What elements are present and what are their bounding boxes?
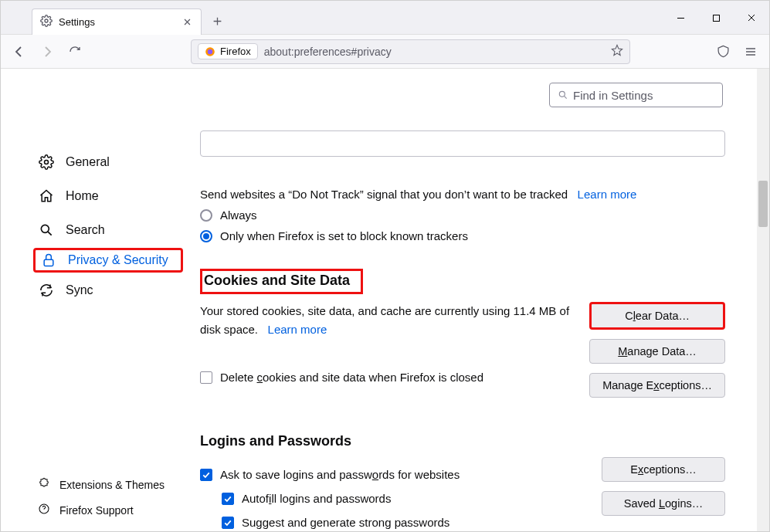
bookmark-icon[interactable] bbox=[611, 44, 623, 59]
cookies-heading: Cookies and Site Data bbox=[200, 269, 725, 294]
autofill-label: Autofill logins and passwords bbox=[242, 492, 391, 505]
url-bar[interactable]: Firefox about:preferences#privacy bbox=[191, 39, 630, 64]
manage-data-button[interactable]: Manage Data… bbox=[589, 339, 725, 364]
svg-point-3 bbox=[208, 49, 212, 53]
settings-viewport: General Home Search Privacy & Security S… bbox=[1, 69, 769, 531]
sidebar-label: Search bbox=[66, 223, 105, 237]
puzzle-icon bbox=[38, 477, 50, 492]
svg-point-4 bbox=[45, 161, 49, 164]
delete-on-close-label[interactable]: Delete cookies and site data when Firefo… bbox=[220, 368, 483, 387]
sidebar-item-search[interactable]: Search bbox=[33, 214, 183, 246]
sidebar-item-privacy[interactable]: Privacy & Security bbox=[33, 248, 183, 273]
reload-button[interactable] bbox=[63, 39, 87, 64]
suggest-strong-passwords-row[interactable]: Suggest and generate strong passwords bbox=[222, 516, 586, 529]
sidebar-item-home[interactable]: Home bbox=[33, 180, 183, 212]
find-settings-placeholder: Find in Settings bbox=[573, 89, 653, 102]
svg-point-5 bbox=[41, 225, 49, 232]
svg-point-0 bbox=[45, 19, 48, 22]
dnt-option-always[interactable]: Always bbox=[200, 208, 725, 222]
checkbox-icon bbox=[222, 493, 234, 505]
window-controls bbox=[663, 1, 769, 35]
sidebar-label: Sync bbox=[66, 283, 93, 297]
cookies-desc-text: Your stored cookies, site data, and cach… bbox=[200, 304, 569, 336]
svg-point-8 bbox=[559, 91, 565, 97]
radio-icon bbox=[200, 230, 212, 242]
radio-label: Always bbox=[220, 208, 257, 222]
manage-exceptions-button[interactable]: Manage Exceptions… bbox=[589, 373, 725, 398]
sidebar-label: Privacy & Security bbox=[68, 253, 168, 267]
search-icon bbox=[38, 222, 55, 239]
scrollbar[interactable] bbox=[757, 69, 769, 531]
logins-heading: Logins and Passwords bbox=[200, 433, 725, 449]
cookies-learn-more-link[interactable]: Learn more bbox=[268, 323, 327, 336]
url-text: about:preferences#privacy bbox=[264, 46, 392, 58]
dnt-learn-more-link[interactable]: Learn more bbox=[578, 188, 637, 201]
settings-sidebar: General Home Search Privacy & Security S… bbox=[1, 69, 194, 531]
close-tab-button[interactable] bbox=[181, 16, 193, 29]
ask-save-logins-row[interactable]: Ask to save logins and passwords for web… bbox=[200, 468, 586, 481]
sidebar-item-general[interactable]: General bbox=[33, 146, 183, 178]
new-tab-button[interactable] bbox=[206, 10, 228, 32]
sidebar-label: Home bbox=[66, 189, 99, 203]
toolbar: Firefox about:preferences#privacy bbox=[1, 35, 769, 69]
tab-settings[interactable]: Settings bbox=[32, 8, 202, 35]
lock-icon bbox=[40, 252, 57, 269]
back-button[interactable] bbox=[7, 39, 32, 64]
dnt-intro-row: Send websites a “Do Not Track” signal th… bbox=[200, 188, 725, 201]
radio-label: Only when Firefox is set to block known … bbox=[220, 229, 468, 242]
sidebar-label: Extensions & Themes bbox=[59, 479, 165, 491]
pocket-button[interactable] bbox=[711, 39, 735, 64]
firefox-icon bbox=[205, 46, 215, 57]
forward-button[interactable] bbox=[35, 39, 59, 64]
svg-rect-1 bbox=[713, 15, 719, 21]
checkbox-icon[interactable] bbox=[200, 371, 212, 384]
minimize-button[interactable] bbox=[663, 1, 698, 35]
identity-badge[interactable]: Firefox bbox=[198, 43, 258, 59]
scrollbar-thumb[interactable] bbox=[758, 181, 768, 227]
checkbox-icon bbox=[222, 517, 234, 529]
sync-icon bbox=[38, 282, 55, 299]
svg-rect-6 bbox=[44, 259, 53, 266]
suggest-label: Suggest and generate strong passwords bbox=[242, 516, 449, 529]
sidebar-label: General bbox=[66, 155, 110, 169]
gear-icon bbox=[38, 154, 55, 171]
checkbox-icon bbox=[200, 469, 212, 481]
search-icon bbox=[558, 90, 568, 100]
settings-content: Find in Settings Send websites a “Do Not… bbox=[194, 69, 769, 531]
cookies-buttons: Clear Data… Manage Data… Manage Exceptio… bbox=[589, 302, 725, 398]
sidebar-support[interactable]: Firefox Support bbox=[33, 498, 183, 522]
ask-save-label: Ask to save logins and passwords for web… bbox=[220, 468, 460, 481]
app-menu-button[interactable] bbox=[738, 39, 763, 64]
tab-title: Settings bbox=[59, 16, 175, 28]
sidebar-item-sync[interactable]: Sync bbox=[33, 274, 183, 307]
sidebar-extensions[interactable]: Extensions & Themes bbox=[33, 473, 183, 496]
dnt-option-only-blocking[interactable]: Only when Firefox is set to block known … bbox=[200, 229, 725, 242]
cookies-description: Your stored cookies, site data, and cach… bbox=[200, 302, 574, 398]
dnt-intro: Send websites a “Do Not Track” signal th… bbox=[200, 188, 568, 201]
find-settings-input[interactable]: Find in Settings bbox=[549, 83, 723, 107]
close-window-button[interactable] bbox=[734, 1, 769, 35]
logins-exceptions-button[interactable]: Exceptions… bbox=[602, 457, 725, 482]
content-trailing-box bbox=[200, 130, 725, 157]
autofill-logins-row[interactable]: Autofill logins and passwords bbox=[222, 492, 586, 505]
sidebar-label: Firefox Support bbox=[59, 504, 134, 517]
home-icon bbox=[38, 188, 55, 205]
saved-logins-button[interactable]: Saved Logins… bbox=[602, 491, 725, 516]
identity-label: Firefox bbox=[220, 46, 251, 57]
radio-icon bbox=[200, 209, 212, 222]
maximize-button[interactable] bbox=[698, 1, 734, 35]
clear-data-button[interactable]: Clear Data… bbox=[589, 302, 725, 330]
tab-strip: Settings bbox=[1, 1, 769, 35]
gear-icon bbox=[40, 15, 53, 29]
cookies-heading-text: Cookies and Site Data bbox=[200, 269, 363, 294]
help-icon bbox=[38, 503, 50, 517]
logins-buttons: Exceptions… Saved Logins… bbox=[602, 457, 725, 516]
